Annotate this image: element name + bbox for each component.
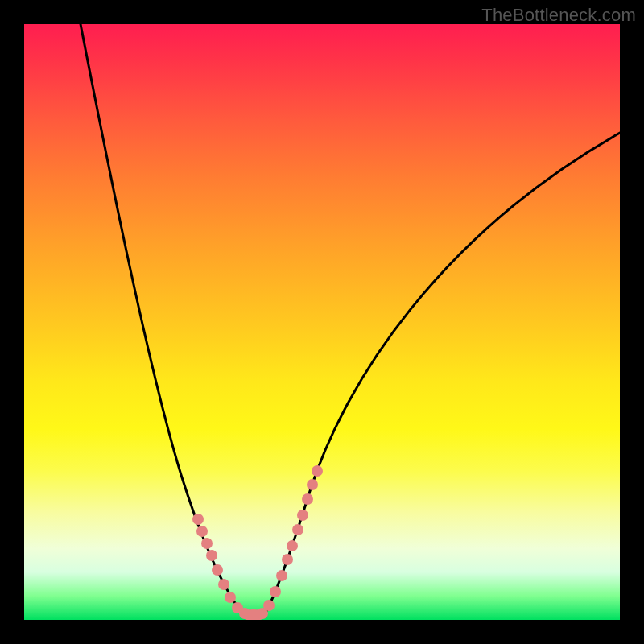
data-marker [307,479,318,490]
watermark-text: TheBottleneck.com [481,5,636,26]
data-marker [212,564,223,576]
marker-group [192,465,323,620]
data-marker [225,592,236,603]
data-marker [312,465,323,477]
data-marker [192,514,204,525]
data-marker [196,526,208,537]
data-marker [292,524,303,535]
chart-container: TheBottleneck.com [0,0,644,644]
data-marker [287,540,298,551]
data-marker [270,586,281,597]
data-marker [206,550,217,561]
data-marker [297,510,308,521]
data-marker [218,579,229,590]
data-marker [302,493,313,505]
left-curve [80,24,246,617]
data-marker [276,570,287,581]
curve-svg [24,24,620,620]
plot-area [24,24,620,620]
data-marker [201,538,213,549]
data-marker [282,554,293,565]
right-curve [263,133,620,617]
data-marker [263,600,275,611]
